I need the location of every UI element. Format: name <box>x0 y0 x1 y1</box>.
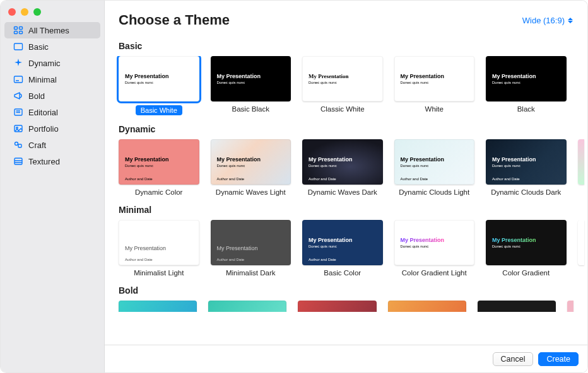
theme-tile-bold-2[interactable] <box>208 301 286 312</box>
photo-icon <box>13 123 23 134</box>
theme-tile-white[interactable]: My Presentation Donec quis nunc White <box>394 56 475 115</box>
main-area: Choose a Theme Wide (16:9) Basic My Pres… <box>105 1 587 372</box>
theme-tile-minimalist-light[interactable]: My Presentation Author and Date Minimali… <box>119 220 199 277</box>
theme-tile-peek[interactable] <box>578 139 584 185</box>
theme-tile-peek[interactable] <box>578 220 584 265</box>
theme-label: Color Gradient <box>502 269 550 277</box>
theme-thumb: My Presentation Donec quis nunc Author a… <box>486 139 567 185</box>
theme-tile-dynamic-color[interactable]: My Presentation Donec quis nunc Author a… <box>119 139 199 196</box>
theme-tile-bold-5[interactable] <box>478 301 556 312</box>
slide-icon <box>13 42 23 52</box>
close-icon[interactable] <box>8 8 16 16</box>
cancel-button[interactable]: Cancel <box>493 352 534 366</box>
svg-rect-13 <box>18 144 21 147</box>
section-title-basic: Basic <box>119 41 587 51</box>
themes-scroll-area[interactable]: Basic My Presentation Donec quis nunc Ba… <box>105 32 587 372</box>
svg-point-11 <box>16 127 18 129</box>
section-title-bold: Bold <box>119 285 587 296</box>
slide-icon <box>13 74 23 84</box>
sidebar-item-bold[interactable]: Bold <box>4 88 100 104</box>
svg-rect-3 <box>20 32 23 34</box>
sidebar-item-editorial[interactable]: Editorial <box>4 104 100 120</box>
theme-tile-classic-white[interactable]: My Presentation Donec quis nunc Classic … <box>302 56 383 115</box>
theme-row-bold <box>105 301 587 312</box>
shapes-icon <box>13 140 23 150</box>
window-controls <box>1 4 104 22</box>
theme-tile-peek[interactable] <box>567 301 573 312</box>
theme-thumb: My Presentation Author and Date <box>119 220 199 265</box>
svg-rect-4 <box>15 43 23 50</box>
chevron-updown-icon <box>567 16 573 25</box>
theme-thumb: My Presentation Donec quis nunc <box>486 56 567 101</box>
sidebar-item-label: Bold <box>28 91 45 101</box>
sidebar-item-label: Basic <box>28 42 49 52</box>
svg-rect-14 <box>15 158 22 164</box>
theme-tile-color-gradient[interactable]: My Presentation Donec quis nunc Color Gr… <box>486 220 567 277</box>
theme-tile-basic-color[interactable]: My Presentation Donec quis nunc Author a… <box>302 220 383 277</box>
svg-rect-2 <box>15 32 18 34</box>
sidebar-item-label: Portfolio <box>28 124 59 134</box>
theme-label: White <box>425 105 444 113</box>
sidebar-item-portfolio[interactable]: Portfolio <box>4 120 100 137</box>
aspect-ratio-label: Wide (16:9) <box>522 16 565 25</box>
theme-thumb: My Presentation Donec quis nunc Author a… <box>302 220 383 265</box>
theme-thumb: My Presentation Donec quis nunc Author a… <box>119 139 199 185</box>
sidebar-item-dynamic[interactable]: Dynamic <box>4 55 100 71</box>
minimize-icon[interactable] <box>21 8 28 16</box>
theme-thumb: My Presentation Donec quis nunc <box>302 56 383 101</box>
sidebar-item-label: Dynamic <box>28 59 61 68</box>
theme-tile-dynamic-clouds-dark[interactable]: My Presentation Donec quis nunc Author a… <box>486 139 567 196</box>
theme-tile-minimalist-dark[interactable]: My Presentation Author and Date Minimali… <box>211 220 291 277</box>
theme-thumb: My Presentation Author and Date <box>211 220 291 265</box>
theme-tile-dynamic-waves-light[interactable]: My Presentation Donec quis nunc Author a… <box>211 139 291 196</box>
theme-label: Basic Black <box>232 105 269 113</box>
create-button[interactable]: Create <box>538 352 579 366</box>
theme-tile-basic-white[interactable]: My Presentation Donec quis nunc Basic Wh… <box>119 56 199 115</box>
sparkle-icon <box>13 58 23 68</box>
theme-label: Dynamic Clouds Light <box>399 188 469 196</box>
main-header: Choose a Theme Wide (16:9) <box>105 1 587 32</box>
sidebar-item-label: Craft <box>28 141 46 150</box>
svg-rect-0 <box>15 27 18 30</box>
sidebar-item-textured[interactable]: Textured <box>4 153 100 169</box>
theme-tile-bold-3[interactable] <box>298 301 376 312</box>
sidebar: All Themes Basic Dynamic Minimal Bold Ed… <box>1 1 105 372</box>
zoom-icon[interactable] <box>33 8 41 16</box>
aspect-ratio-select[interactable]: Wide (16:9) <box>522 16 573 25</box>
theme-thumb: My Presentation Donec quis nunc Author a… <box>394 139 475 185</box>
page-title: Choose a Theme <box>119 12 230 28</box>
theme-thumb: My Presentation Donec quis nunc <box>394 56 475 101</box>
theme-tile-dynamic-waves-dark[interactable]: My Presentation Donec quis nunc Author a… <box>302 139 383 196</box>
section-title-minimal: Minimal <box>119 205 587 215</box>
document-icon <box>13 107 23 117</box>
theme-thumb: My Presentation Donec quis nunc <box>486 220 567 265</box>
section-title-dynamic: Dynamic <box>119 124 587 134</box>
sidebar-item-label: Minimal <box>28 75 57 84</box>
svg-rect-1 <box>20 27 23 30</box>
theme-label: Minimalist Dark <box>226 269 276 277</box>
theme-thumb: My Presentation Donec quis nunc <box>394 220 475 265</box>
window-body: All Themes Basic Dynamic Minimal Bold Ed… <box>1 1 587 372</box>
sidebar-item-basic[interactable]: Basic <box>4 38 100 55</box>
sidebar-item-minimal[interactable]: Minimal <box>4 71 100 88</box>
svg-rect-5 <box>15 76 23 83</box>
theme-tile-bold-4[interactable] <box>388 301 466 312</box>
grid-icon <box>13 25 23 35</box>
theme-thumb: My Presentation Donec quis nunc Author a… <box>211 139 291 185</box>
texture-icon <box>13 156 23 166</box>
theme-thumb: My Presentation Donec quis nunc <box>119 56 199 101</box>
sidebar-item-all-themes[interactable]: All Themes <box>4 22 100 38</box>
theme-tile-basic-black[interactable]: My Presentation Donec quis nunc Basic Bl… <box>211 56 291 115</box>
theme-label: Black <box>517 105 535 113</box>
theme-label: Classic White <box>320 105 365 113</box>
theme-label-selected: Basic White <box>136 105 182 115</box>
megaphone-icon <box>13 91 23 101</box>
theme-tile-dynamic-clouds-light[interactable]: My Presentation Donec quis nunc Author a… <box>394 139 475 196</box>
theme-label: Dynamic Color <box>135 188 182 196</box>
theme-tile-bold-1[interactable] <box>119 301 197 312</box>
theme-label: Color Gradient Light <box>402 269 467 277</box>
theme-tile-color-gradient-light[interactable]: My Presentation Donec quis nunc Color Gr… <box>394 220 475 277</box>
theme-label: Minimalist Light <box>134 269 184 277</box>
sidebar-item-craft[interactable]: Craft <box>4 137 100 153</box>
theme-tile-black[interactable]: My Presentation Donec quis nunc Black <box>486 56 567 115</box>
